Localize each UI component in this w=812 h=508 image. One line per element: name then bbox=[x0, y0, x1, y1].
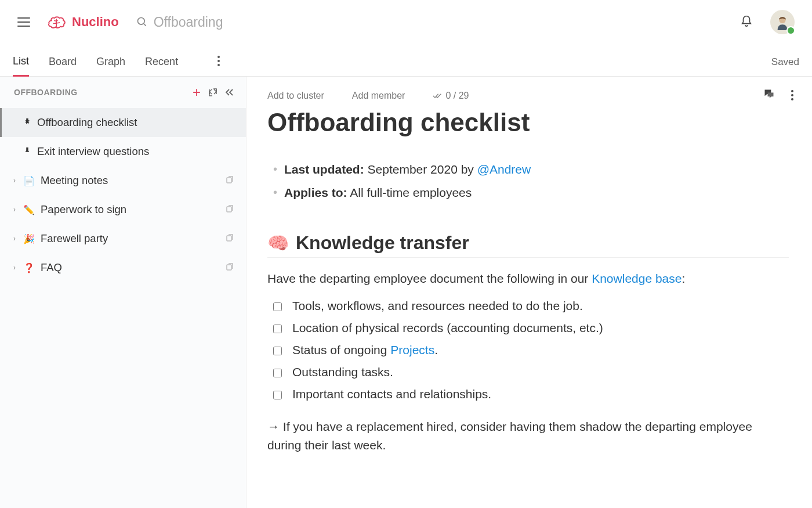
add-member-button[interactable]: Add member bbox=[352, 91, 405, 101]
knowledge-base-link[interactable]: Knowledge base bbox=[592, 272, 682, 285]
copy-icon bbox=[225, 261, 234, 274]
checkbox[interactable] bbox=[273, 302, 282, 311]
add-item-button[interactable]: + bbox=[191, 87, 202, 98]
sidebar-item-farewell-party[interactable]: › 🎉 Farewell party bbox=[0, 224, 246, 253]
workspace-title: OFFBOARDING bbox=[14, 88, 186, 97]
bullet-icon: • bbox=[273, 158, 277, 180]
chevron-double-left-icon bbox=[224, 88, 234, 97]
collapse-sidebar-button[interactable] bbox=[224, 87, 234, 98]
tab-recent[interactable]: Recent bbox=[145, 56, 178, 76]
app-name: Nuclino bbox=[72, 15, 119, 30]
tab-list[interactable]: List bbox=[13, 55, 29, 77]
chevron-right-icon: › bbox=[12, 235, 17, 243]
app-logo[interactable]: Nuclino bbox=[48, 14, 119, 30]
checkbox[interactable] bbox=[273, 325, 282, 333]
doc-info-applies: • Applies to: All full-time employees bbox=[273, 181, 789, 204]
double-check-icon bbox=[433, 93, 442, 99]
avatar-face-icon bbox=[774, 14, 791, 30]
view-more-button[interactable] bbox=[215, 56, 222, 75]
tab-board[interactable]: Board bbox=[49, 56, 77, 76]
search-icon bbox=[136, 16, 148, 28]
checklist-item: Important contacts and relationships. bbox=[273, 387, 789, 401]
sidebar-item-label: Farewell party bbox=[41, 232, 219, 245]
chevron-right-icon: › bbox=[12, 176, 17, 185]
sidebar-item-meeting-notes[interactable]: › 📄 Meeting notes bbox=[0, 166, 246, 195]
brain-emoji-icon: 🧠 bbox=[267, 233, 289, 253]
expand-icon bbox=[208, 88, 217, 97]
checkbox[interactable] bbox=[273, 369, 282, 377]
sidebar-item-label: Paperwork to sign bbox=[41, 203, 219, 216]
sidebar-item-offboarding-checklist[interactable]: › Offboarding checklist bbox=[0, 108, 246, 137]
document-title[interactable]: Offboarding checklist bbox=[267, 108, 789, 137]
sidebar-item-label: Meeting notes bbox=[41, 174, 219, 187]
svg-rect-6 bbox=[227, 265, 231, 270]
document-content: Add to cluster Add member 0 / 29 Offboar… bbox=[246, 77, 812, 508]
checklist-item: Tools, workflows, and resources needed t… bbox=[273, 299, 789, 313]
checkbox[interactable] bbox=[273, 347, 282, 355]
projects-link[interactable]: Projects bbox=[390, 343, 434, 356]
document-emoji-icon: 📄 bbox=[23, 175, 35, 186]
svg-rect-5 bbox=[227, 236, 231, 241]
user-mention[interactable]: @Andrew bbox=[477, 163, 531, 176]
sidebar-item-label: FAQ bbox=[41, 261, 219, 274]
section-intro: Have the departing employee document the… bbox=[267, 269, 789, 288]
menu-button[interactable] bbox=[17, 15, 31, 29]
section-note: → If you have a replacement hired, consi… bbox=[267, 417, 789, 454]
chevron-right-icon: › bbox=[12, 206, 17, 214]
sidebar-item-label: Exit interview questions bbox=[37, 145, 234, 158]
tasks-progress[interactable]: 0 / 29 bbox=[433, 91, 469, 101]
document-more-button[interactable] bbox=[791, 90, 793, 100]
save-status: Saved bbox=[771, 56, 799, 76]
pin-icon bbox=[23, 116, 31, 129]
copy-icon bbox=[225, 232, 234, 245]
bell-icon bbox=[740, 15, 753, 27]
section-knowledge-transfer: 🧠 Knowledge transfer bbox=[267, 232, 789, 258]
sidebar-item-exit-interview[interactable]: › Exit interview questions bbox=[0, 137, 246, 166]
copy-icon bbox=[225, 203, 234, 216]
party-emoji-icon: 🎉 bbox=[23, 233, 35, 244]
pencil-emoji-icon: ✏️ bbox=[23, 204, 35, 215]
doc-info-updated: • Last updated: September 2020 by @Andre… bbox=[273, 158, 789, 181]
bullet-icon: • bbox=[273, 181, 277, 203]
checkbox[interactable] bbox=[273, 391, 282, 399]
comments-button[interactable] bbox=[763, 88, 775, 102]
sidebar-item-faq[interactable]: › ❓ FAQ bbox=[0, 253, 246, 282]
chevron-right-icon: › bbox=[12, 264, 17, 272]
svg-point-0 bbox=[137, 18, 144, 25]
sidebar-item-label: Offboarding checklist bbox=[37, 116, 234, 129]
expand-button[interactable] bbox=[208, 87, 218, 98]
brain-logo-icon bbox=[48, 14, 67, 30]
svg-rect-3 bbox=[227, 178, 231, 183]
svg-rect-4 bbox=[227, 207, 231, 212]
question-emoji-icon: ❓ bbox=[23, 262, 35, 273]
notifications-button[interactable] bbox=[740, 15, 753, 30]
section-title: Knowledge transfer bbox=[296, 232, 469, 254]
checklist-item: Status of ongoing Projects. bbox=[273, 343, 789, 357]
user-avatar[interactable] bbox=[770, 10, 795, 34]
sidebar: OFFBOARDING + › Offboarding checklist › … bbox=[0, 77, 246, 508]
add-cluster-button[interactable]: Add to cluster bbox=[267, 91, 324, 101]
search-placeholder: Offboarding bbox=[154, 15, 223, 30]
sidebar-item-paperwork[interactable]: › ✏️ Paperwork to sign bbox=[0, 195, 246, 224]
pin-icon bbox=[23, 145, 31, 158]
copy-icon bbox=[225, 174, 234, 187]
tab-graph[interactable]: Graph bbox=[96, 56, 125, 76]
checklist-item: Location of physical records (accounting… bbox=[273, 321, 789, 335]
search-bar[interactable]: Offboarding bbox=[136, 15, 740, 30]
checklist-item: Outstanding tasks. bbox=[273, 365, 789, 379]
svg-line-1 bbox=[143, 24, 146, 26]
chat-icon bbox=[763, 88, 775, 100]
